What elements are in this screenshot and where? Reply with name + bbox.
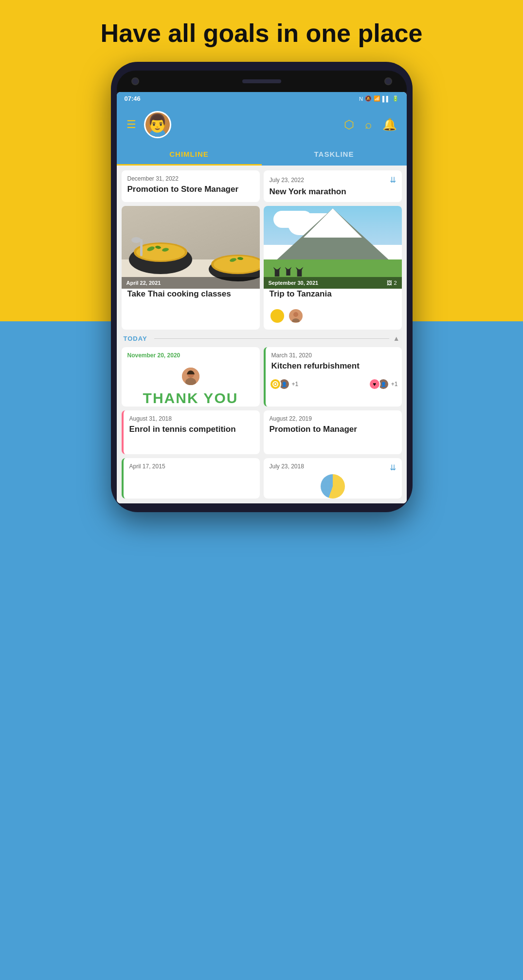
kitchen-title: Kitchen refurbishment xyxy=(266,361,402,376)
phone-speaker xyxy=(242,79,281,83)
search-icon[interactable]: ⌕ xyxy=(365,118,372,131)
tennis-date: August 31, 2018 xyxy=(124,410,260,424)
double-chevron-icon: ⇊ xyxy=(390,175,396,185)
svg-point-1 xyxy=(152,116,163,128)
phone-camera-right xyxy=(384,77,392,85)
avatar-woman xyxy=(288,308,304,324)
soup-bowl-right xyxy=(206,238,260,281)
thankyou-title: THANK YOU xyxy=(122,390,260,407)
phone-outer: 07:46 N 🔕 📶 ▌▌ 🔋 ☰ xyxy=(111,62,413,512)
wifi-icon: 📶 xyxy=(374,95,380,102)
svg-point-24 xyxy=(293,312,298,317)
battery-icon: 🔋 xyxy=(392,95,399,102)
cards-row-3: November 20, 2020 xyxy=(122,347,402,407)
card-bottom-right[interactable]: July 23, 2018 ⇊ xyxy=(264,458,402,499)
card-thai-cooking[interactable]: April 22, 2021 Take Thai cooking classes xyxy=(122,206,260,330)
circular-logo xyxy=(321,474,345,499)
section-label: TODAY xyxy=(124,335,147,342)
section-divider: TODAY ▲ xyxy=(122,330,402,347)
reaction-count-2: +1 xyxy=(391,381,398,388)
nfc-icon: N xyxy=(359,96,363,102)
headline: Have all goals in one place xyxy=(10,19,513,47)
bottom-left-spacer xyxy=(124,472,260,496)
soup-date: April 22, 2021 xyxy=(126,280,161,286)
animal3 xyxy=(296,267,304,277)
tanzania-date: September 30, 2021 xyxy=(269,280,319,286)
svg-point-30 xyxy=(274,383,276,385)
avatar-ring xyxy=(270,308,285,324)
tab-taskline[interactable]: TASKLINE xyxy=(262,144,407,166)
card-tanzania[interactable]: September 30, 2021 🖼 2 Trip to Tanzania xyxy=(264,206,402,330)
svg-point-6 xyxy=(153,125,162,131)
phone-camera-left xyxy=(131,77,139,85)
bottom-right-content xyxy=(264,474,402,499)
marathon-date: July 23, 2022 xyxy=(270,177,304,184)
status-time: 07:46 xyxy=(125,95,141,102)
svg-point-10 xyxy=(136,244,185,260)
card-bottom-left[interactable]: April 17, 2015 xyxy=(122,458,260,499)
tanzania-title: Trip to Tanzania xyxy=(264,289,402,304)
marathon-title: New York marathon xyxy=(264,186,402,202)
tanzania-avatars xyxy=(264,304,402,330)
animals xyxy=(273,267,304,277)
cards-row-5: April 17, 2015 July 23, 2018 ⇊ xyxy=(122,458,402,499)
svg-point-0 xyxy=(145,112,170,137)
manager-title: Promotion to Manager xyxy=(264,424,402,440)
card-promotion-manager[interactable]: August 22, 2019 Promotion to Manager xyxy=(264,410,402,454)
avatar-face xyxy=(145,111,170,138)
card-date: December 31, 2022 xyxy=(122,170,260,184)
card-ny-marathon[interactable]: July 23, 2022 ⇊ New York marathon xyxy=(264,170,402,202)
ring-icon xyxy=(272,311,283,321)
soup-bowl-left xyxy=(126,225,195,274)
cards-row-4: August 31, 2018 Enrol in tennis competit… xyxy=(122,410,402,454)
reaction-count-1: +1 xyxy=(292,381,299,388)
bell-icon[interactable]: 🔔 xyxy=(382,118,397,131)
collapse-arrow[interactable]: ▲ xyxy=(393,334,400,342)
thankyou-mini-avatar xyxy=(181,367,200,386)
reaction-group-1: 👤 +1 xyxy=(270,378,299,390)
filter-icon[interactable]: ⬡ xyxy=(344,118,354,131)
manager-spacer xyxy=(264,440,402,454)
soup-image-bg xyxy=(122,206,260,289)
card-kitchen[interactable]: March 31, 2020 Kitchen refurbishment 👤 +… xyxy=(264,347,402,407)
card-title: Promotion to Store Manager xyxy=(122,184,260,200)
svg-point-3 xyxy=(154,121,156,123)
thankyou-date: November 20, 2020 xyxy=(122,347,260,361)
tanzania-image xyxy=(264,206,402,289)
reaction-group-2: ♥ 👤 +1 xyxy=(369,378,398,390)
soup-image-overlay: April 22, 2021 xyxy=(122,277,260,289)
reaction-ring-1 xyxy=(270,378,281,390)
mute-icon: 🔕 xyxy=(365,95,372,102)
phone-notch-bar xyxy=(117,71,407,92)
svg-point-4 xyxy=(159,121,161,123)
reaction-row: 👤 +1 ♥ 👤 +1 xyxy=(266,376,402,395)
signal-icon: ▌▌ xyxy=(382,96,390,102)
manager-date: August 22, 2019 xyxy=(264,410,402,424)
card-thankyou[interactable]: November 20, 2020 xyxy=(122,347,260,407)
cards-row-1: December 31, 2022 Promotion to Store Man… xyxy=(122,170,402,202)
tab-bar: CHIMLINE TASKLINE xyxy=(117,144,407,166)
tab-chimline[interactable]: CHIMLINE xyxy=(117,144,262,166)
thankyou-avatar-container xyxy=(122,365,260,390)
bottom-right-date: July 23, 2018 xyxy=(270,463,304,472)
hamburger-icon[interactable]: ☰ xyxy=(126,118,136,131)
kitchen-date: March 31, 2020 xyxy=(266,347,402,361)
image-count: 🖼 2 xyxy=(387,280,397,286)
bottom-left-date: April 17, 2015 xyxy=(124,458,260,472)
card-tennis[interactable]: August 31, 2018 Enrol in tennis competit… xyxy=(122,410,260,454)
top-section: Have all goals in one place xyxy=(0,0,523,57)
svg-point-11 xyxy=(131,237,141,243)
content-area: December 31, 2022 Promotion to Store Man… xyxy=(117,166,407,503)
tennis-spacer xyxy=(124,440,260,454)
page-wrapper: Have all goals in one place 07:46 N 🔕 📶 xyxy=(0,0,523,980)
woman-avatar xyxy=(289,310,302,322)
status-icons: N 🔕 📶 ▌▌ 🔋 xyxy=(359,95,399,102)
svg-point-2 xyxy=(153,117,162,127)
avatar[interactable] xyxy=(144,111,171,138)
tennis-title: Enrol in tennis competition xyxy=(124,424,260,440)
svg-point-22 xyxy=(275,314,279,318)
card-promotion-store[interactable]: December 31, 2022 Promotion to Store Man… xyxy=(122,170,260,202)
thai-cooking-title: Take Thai cooking classes xyxy=(122,289,260,304)
animal1 xyxy=(273,267,281,277)
animal2 xyxy=(285,267,292,276)
